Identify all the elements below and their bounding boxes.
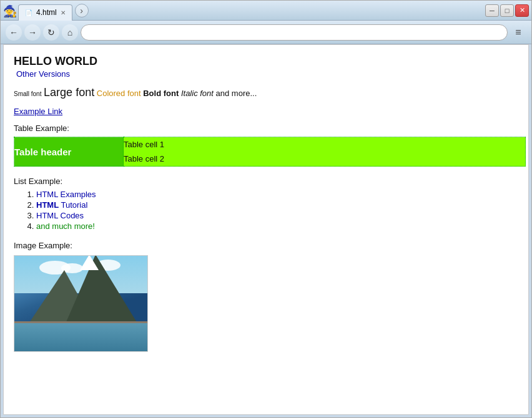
content-area: HELLO WORLD Other Versions Small font La… — [3, 44, 529, 415]
window-controls: ─ □ ✕ — [485, 4, 529, 17]
mountain-right — [64, 255, 139, 326]
mountain-image — [14, 255, 148, 352]
maximize-button[interactable]: □ — [500, 4, 514, 17]
example-link[interactable]: Example Link — [14, 107, 518, 116]
home-button[interactable]: ⌂ — [62, 24, 78, 41]
example-table: Table header Table cell 1 Table cell 2 — [14, 137, 526, 167]
list-item: HTML Examples — [36, 190, 518, 199]
large-font-text: Large font — [44, 86, 94, 99]
navigation-bar: ← → ↻ ⌂ ≡ — [1, 21, 531, 44]
italic-font-text: Italic font — [181, 89, 214, 98]
list-item: HTML Tutorial — [36, 200, 518, 210]
browser-window: 🧙 📄 4.html ✕ › ─ □ ✕ ← → ↻ ⌂ ≡ HELLO WOR… — [0, 0, 532, 418]
tab-title: 4.html — [36, 8, 57, 17]
minimize-button[interactable]: ─ — [485, 4, 499, 17]
bold-font-text: Bold font — [143, 89, 179, 98]
table-cells-column: Table cell 1 Table cell 2 — [124, 137, 526, 167]
close-button[interactable]: ✕ — [515, 4, 529, 17]
table-row: Table header Table cell 1 Table cell 2 — [14, 137, 526, 167]
other-versions-link[interactable]: Other Versions — [14, 69, 518, 79]
list-example-label: List Example: — [14, 177, 518, 186]
title-bar-left: 🧙 📄 4.html ✕ › — [3, 1, 485, 21]
image-example-label: Image Example: — [14, 241, 518, 250]
list-link-3[interactable]: HTML Codes — [36, 211, 84, 220]
ordered-list: HTML Examples HTML Tutorial HTML Codes a… — [36, 190, 518, 231]
list-item: and much more! — [36, 221, 518, 231]
mountain-snow — [80, 255, 99, 270]
browser-tab[interactable]: 📄 4.html ✕ — [18, 4, 72, 21]
table-cell-2: Table cell 2 — [124, 152, 525, 166]
page-heading: HELLO WORLD — [14, 55, 518, 68]
list-item-4: and much more! — [36, 221, 95, 231]
table-example-label: Table Example: — [14, 124, 518, 133]
list-item: HTML Codes — [36, 211, 518, 220]
back-button[interactable]: ← — [6, 24, 22, 41]
table-header-cell: Table header — [14, 137, 124, 167]
small-font-text: Small font — [14, 90, 41, 97]
water — [14, 323, 147, 351]
colored-font-text: Colored font — [97, 89, 141, 98]
list-link-2[interactable]: HTML Tutorial — [36, 200, 87, 210]
tab-close-button[interactable]: ✕ — [61, 9, 66, 16]
font-more-text: and more... — [216, 89, 257, 98]
browser-icon: 🧙 — [3, 4, 16, 17]
menu-button[interactable]: ≡ — [510, 24, 526, 41]
new-tab-button[interactable]: › — [75, 4, 89, 17]
forward-button[interactable]: → — [24, 24, 41, 41]
title-bar: 🧙 📄 4.html ✕ › ─ □ ✕ — [1, 1, 531, 21]
tab-favicon: 📄 — [25, 9, 32, 16]
reload-button[interactable]: ↻ — [43, 24, 59, 41]
list-link-1[interactable]: HTML Examples — [36, 190, 96, 199]
table-cell-1: Table cell 1 — [124, 137, 525, 152]
address-bar[interactable] — [81, 24, 508, 41]
address-input[interactable] — [87, 27, 501, 37]
font-examples: Small font Large font Colored font Bold … — [14, 86, 518, 99]
